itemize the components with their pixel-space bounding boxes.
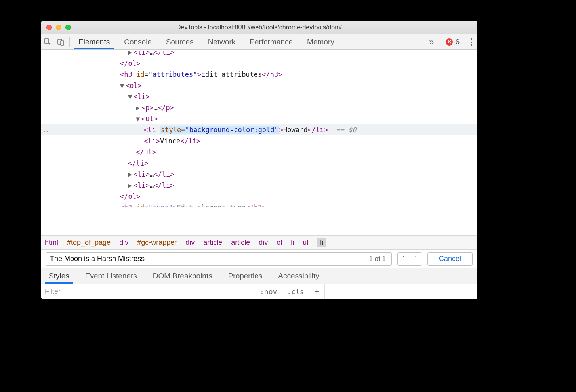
tabs-overflow-icon[interactable]: » [425,34,438,50]
styles-subtabs: Styles Event Listeners DOM Breakpoints P… [41,268,477,284]
dom-line[interactable]: ▶<li>…</li> [41,169,477,180]
dom-line[interactable]: ▶<li>…</li> [41,180,477,191]
styles-filter-row: Filter :hov .cls + [41,284,477,299]
dom-line[interactable]: ▼<li> [41,91,477,102]
dom-line[interactable]: ▼<ol> [41,80,477,91]
breadcrumb-item[interactable]: li [317,238,326,247]
subtab-properties[interactable]: Properties [220,268,271,284]
subtab-styles[interactable]: Styles [41,268,77,284]
breadcrumb-item[interactable]: #gc-wrapper [137,238,177,247]
tab-network[interactable]: Network [201,34,243,49]
dom-line[interactable]: <li>Vince</li> [41,135,477,147]
tab-elements[interactable]: Elements [71,34,117,49]
subtab-accessibility[interactable]: Accessibility [270,268,327,284]
dom-line[interactable]: </li> [41,158,477,169]
svg-rect-2 [61,41,64,45]
search-prev-button[interactable]: ˄ [398,253,410,265]
error-icon: ✕ [446,38,453,46]
dom-line[interactable]: </ul> [41,147,477,158]
search-box: 1 of 1 [46,252,392,266]
tab-console[interactable]: Console [117,34,159,49]
window-minimize-button[interactable] [56,25,61,30]
breadcrumb-item[interactable]: li [291,238,294,247]
window-title: DevTools - localhost:8080/web/tools/chro… [41,24,477,31]
toggle-hov[interactable]: :hov [255,284,282,299]
tab-performance[interactable]: Performance [242,34,300,49]
devtools-window: DevTools - localhost:8080/web/tools/chro… [41,21,477,299]
search-stepper: ˄ ˅ [397,252,422,266]
panel-tabs: Elements Console Sources Network Perform… [71,34,341,49]
new-style-rule-icon[interactable]: + [309,284,325,299]
titlebar: DevTools - localhost:8080/web/tools/chro… [41,21,477,34]
dom-line[interactable]: ▶<p>…</p> [41,102,477,113]
search-bar: 1 of 1 ˄ ˅ Cancel [41,249,477,268]
search-cancel-button[interactable]: Cancel [427,252,473,266]
search-result-count: 1 of 1 [369,255,387,263]
traffic-lights [41,25,71,30]
toolbar-separator-3 [465,37,465,47]
dom-line[interactable]: </ol> [41,191,477,202]
breadcrumb-item[interactable]: #top_of_page [67,238,111,247]
search-input[interactable] [50,255,369,263]
toggle-device-icon[interactable] [54,34,68,50]
dom-line[interactable]: ▼<ul> [41,113,477,124]
inspect-element-icon[interactable] [41,34,54,50]
toolbar-separator-2 [440,37,440,47]
dom-line[interactable]: <h3 id="attributes">Edit attributes</h3> [41,69,477,80]
breadcrumb-item[interactable]: ul [303,238,308,247]
subtab-dom-breakpoints[interactable]: DOM Breakpoints [145,268,220,284]
toggle-cls[interactable]: .cls [282,284,309,299]
breadcrumb-item[interactable]: div [259,238,268,247]
breadcrumb-item[interactable]: div [185,238,195,247]
error-counter[interactable]: ✕ 6 [442,38,463,46]
dom-line[interactable]: ▶<li>…</li> [41,51,477,58]
breadcrumb-item[interactable]: ol [277,238,282,247]
subtab-event-listeners[interactable]: Event Listeners [77,268,145,284]
breadcrumb-item[interactable]: html [45,238,58,247]
breadcrumb-item[interactable]: article [231,238,250,247]
window-zoom-button[interactable] [65,25,71,30]
dom-line[interactable]: <li style="background-color:gold">Howard… [41,124,477,135]
search-next-button[interactable]: ˅ [410,253,422,265]
tab-memory[interactable]: Memory [300,34,341,49]
dom-line[interactable]: <h3 id="type">Edit element type</h3> [41,202,477,207]
breadcrumb-item[interactable]: article [203,238,222,247]
breadcrumb-item[interactable]: div [119,238,128,247]
dom-tree[interactable]: ▶<li>…</li></ol><h3 id="attributes">Edit… [41,50,477,235]
dom-line[interactable]: </ol> [41,58,477,69]
kebab-menu-icon[interactable]: ⋮ [467,37,477,47]
error-count: 6 [455,38,460,46]
breadcrumb: html#top_of_pagediv#gc-wrapperdivarticle… [41,235,477,249]
window-close-button[interactable] [46,25,52,30]
main-toolbar: Elements Console Sources Network Perform… [41,34,477,50]
styles-filter-input[interactable]: Filter [41,287,255,296]
tab-sources[interactable]: Sources [159,34,201,49]
toolbar-separator [69,37,70,47]
